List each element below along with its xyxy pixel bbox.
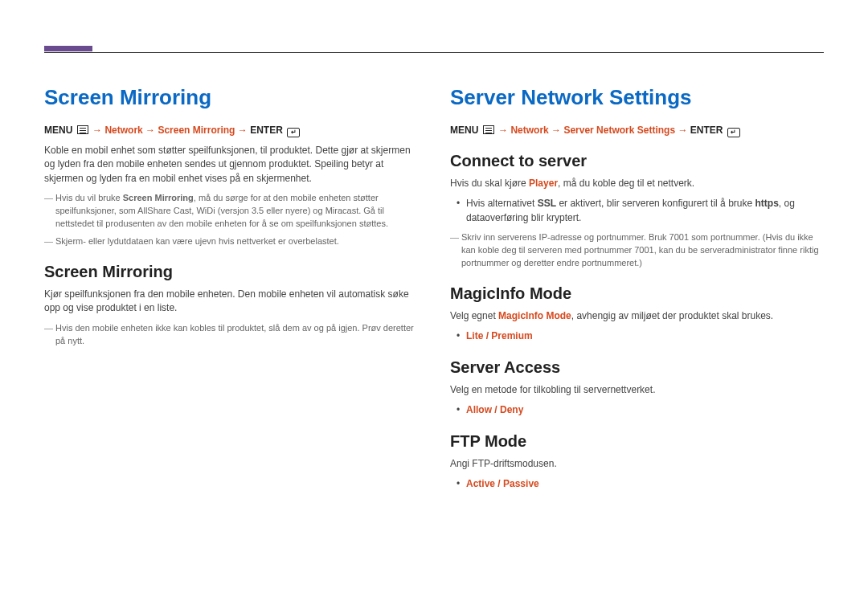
header-rule <box>44 52 824 53</box>
heading-server-access: Server Access <box>450 358 824 377</box>
subheading-screen-mirroring: Screen Mirroring <box>44 263 418 281</box>
option-item: Lite / Premium <box>450 329 824 343</box>
menu-label: MENU <box>450 125 478 136</box>
magic-body: Velg egnet MagicInfo Mode, avhengig av m… <box>450 309 824 323</box>
enter-label: ENTER <box>690 125 723 136</box>
heading-ftp-mode: FTP Mode <box>450 432 824 451</box>
heading-connect-to-server: Connect to server <box>450 152 824 170</box>
arrow: → <box>238 125 248 136</box>
note-item: Hvis du vil bruke Screen Mirroring, må d… <box>44 192 418 231</box>
sub-note: Hvis den mobile enheten ikke kan kobles … <box>44 322 418 348</box>
magic-options: Lite / Premium <box>450 329 824 343</box>
menu-path-left: MENU → Network → Screen Mirroring → ENTE… <box>44 125 418 137</box>
right-column: Server Network Settings MENU → Network →… <box>450 85 824 497</box>
menu-icon <box>483 125 494 134</box>
sub-body: Kjør speilfunksjonen fra den mobile enhe… <box>44 288 418 316</box>
nav-item: Server Network Settings <box>563 125 675 136</box>
left-column: Screen Mirroring MENU → Network → Screen… <box>44 85 418 497</box>
enter-icon: ↵ <box>727 128 740 137</box>
enter-icon: ↵ <box>287 128 300 137</box>
notes-left: Hvis du vil bruke Screen Mirroring, må d… <box>44 192 418 248</box>
ftp-options: Active / Passive <box>450 477 824 491</box>
document-page: Screen Mirroring MENU → Network → Screen… <box>0 0 868 497</box>
note-item: Skjerm- eller lydutdataen kan være ujevn… <box>44 235 418 248</box>
connect-bullets: Hvis alternativet SSL er aktivert, blir … <box>450 197 824 225</box>
note-item: Skriv inn serverens IP-adresse og portnu… <box>450 231 824 270</box>
enter-label: ENTER <box>250 125 283 136</box>
intro-text: Koble en mobil enhet som støtter speilfu… <box>44 144 418 186</box>
option-item: Active / Passive <box>450 477 824 491</box>
arrow: → <box>678 125 687 136</box>
nav-network: Network <box>510 125 548 136</box>
connect-note: Skriv inn serverens IP-adresse og portnu… <box>450 231 824 270</box>
heading-magicinfo-mode: MagicInfo Mode <box>450 284 824 303</box>
connect-body: Hvis du skal kjøre Player, må du koble d… <box>450 177 824 190</box>
bullet-item: Hvis alternativet SSL er aktivert, blir … <box>450 197 824 225</box>
note-item: Hvis den mobile enheten ikke kan kobles … <box>44 322 418 348</box>
option-item: Allow / Deny <box>450 403 824 417</box>
access-options: Allow / Deny <box>450 403 824 417</box>
arrow: → <box>551 125 561 136</box>
menu-icon <box>77 125 88 134</box>
section-marker <box>44 46 92 51</box>
content-columns: Screen Mirroring MENU → Network → Screen… <box>44 85 824 497</box>
heading-server-network: Server Network Settings <box>450 85 824 110</box>
ftp-body: Angi FTP-driftsmodusen. <box>450 457 824 471</box>
arrow: → <box>145 125 155 136</box>
menu-label: MENU <box>44 125 72 136</box>
arrow: → <box>498 125 508 136</box>
nav-network: Network <box>104 125 142 136</box>
menu-path-right: MENU → Network → Server Network Settings… <box>450 125 824 137</box>
arrow: → <box>92 125 102 136</box>
access-body: Velg en metode for tilkobling til server… <box>450 383 824 397</box>
nav-item: Screen Mirroring <box>158 125 235 136</box>
heading-screen-mirroring: Screen Mirroring <box>44 85 418 110</box>
